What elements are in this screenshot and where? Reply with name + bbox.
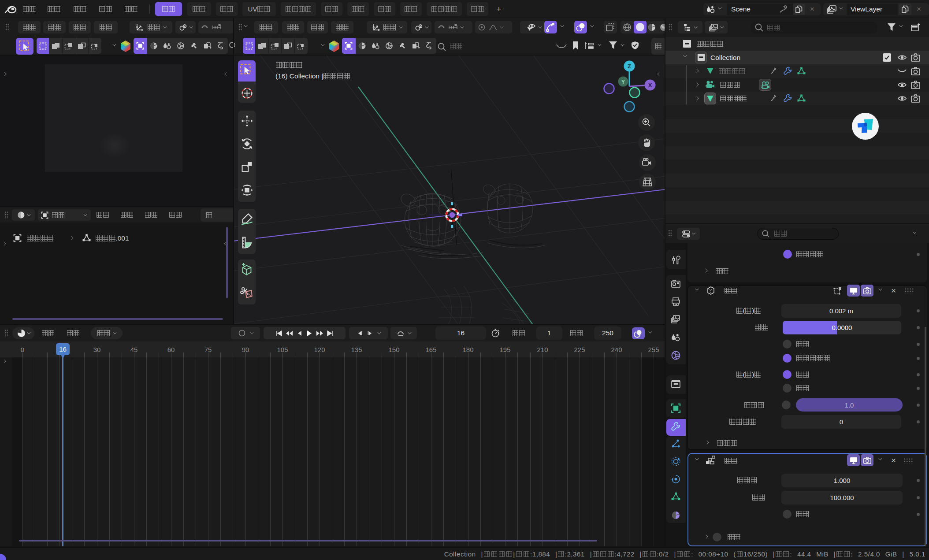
svg-text:Y: Y: [621, 79, 625, 85]
svg-text:X: X: [648, 82, 652, 89]
svg-text:Z: Z: [628, 63, 631, 70]
